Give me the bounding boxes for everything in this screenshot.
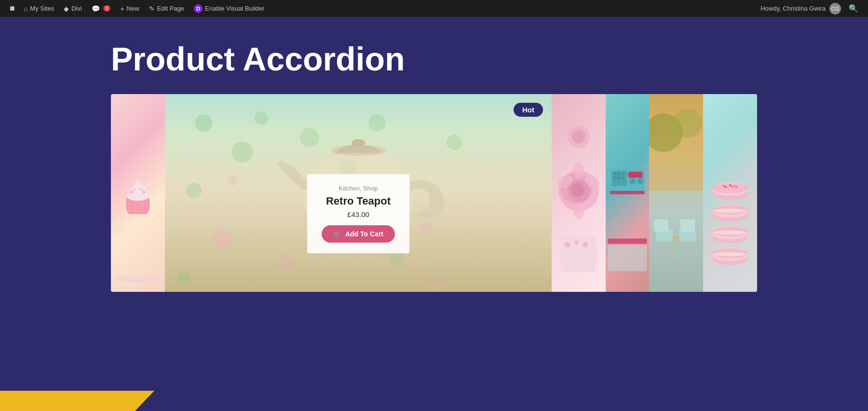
svg-point-51 <box>621 172 624 175</box>
svg-point-11 <box>195 114 212 132</box>
radio-illustration <box>606 94 649 292</box>
svg-point-81 <box>713 252 747 256</box>
svg-point-7 <box>131 191 133 193</box>
svg-point-25 <box>177 271 191 284</box>
panel-cupcake[interactable] <box>111 94 165 292</box>
svg-point-28 <box>428 280 442 292</box>
svg-marker-98 <box>0 391 154 411</box>
svg-line-73 <box>695 241 696 258</box>
new-label: New <box>127 5 139 12</box>
edit-page-label: Edit Page <box>157 5 184 12</box>
svg-point-40 <box>573 203 584 219</box>
wordpress-logo[interactable]: ■ <box>6 0 19 17</box>
svg-rect-61 <box>608 245 647 271</box>
divi-circle-icon: D <box>194 4 203 13</box>
house-icon: ⌂ <box>24 5 27 13</box>
svg-rect-74 <box>671 236 681 239</box>
panel-chairs[interactable] <box>649 94 703 292</box>
my-sites-menu[interactable]: ⌂ My Sites <box>19 0 59 17</box>
chairs-illustration <box>649 94 703 292</box>
product-category: Kitchen, Shop <box>322 185 395 192</box>
product-card: Kitchen, Shop Retro Teapot £43.00 🛒 Add … <box>307 174 409 253</box>
svg-point-57 <box>630 178 636 184</box>
comment-icon: 💬 <box>92 5 100 13</box>
svg-point-10 <box>140 189 142 191</box>
divi-menu[interactable]: ◆ Divi <box>59 0 87 17</box>
svg-point-39 <box>573 162 584 178</box>
comments-menu[interactable]: 💬 0 <box>87 0 116 17</box>
svg-rect-56 <box>610 191 645 194</box>
enable-visual-builder-label: Enable Visual Builder <box>205 5 264 12</box>
greeting-text: Howdy, Christina Gwira <box>760 5 826 12</box>
comment-count: 0 <box>103 5 111 12</box>
table-surface <box>111 263 165 292</box>
svg-point-26 <box>228 176 237 186</box>
panel-radio[interactable] <box>606 94 649 292</box>
svg-point-6 <box>136 180 139 183</box>
cart-icon: 🛒 <box>333 230 341 238</box>
admin-bar-right: Howdy, Christina Gwira CG 🔍 <box>760 3 862 14</box>
panel-roses[interactable] <box>552 94 606 292</box>
svg-rect-67 <box>654 219 668 232</box>
svg-point-45 <box>574 240 579 245</box>
svg-point-36 <box>571 183 584 196</box>
product-name: Retro Teapot <box>322 195 395 207</box>
svg-rect-43 <box>561 235 597 272</box>
add-to-cart-label: Add To Cart <box>345 230 383 238</box>
svg-point-49 <box>613 172 616 175</box>
macarons-illustration <box>703 94 757 292</box>
page-content: Product Accordion <box>0 17 868 411</box>
product-price: £43.00 <box>322 210 395 219</box>
roses-illustration <box>552 94 606 292</box>
svg-point-19 <box>213 229 232 248</box>
plus-icon: + <box>120 5 124 13</box>
svg-point-85 <box>713 231 747 234</box>
svg-rect-71 <box>680 219 695 232</box>
divi-theme-icon: ◆ <box>64 5 69 13</box>
svg-point-12 <box>231 141 253 163</box>
panel-teapot[interactable]: Hot Kitchen, Shop Retro Teapot £43.00 🛒 … <box>165 94 552 292</box>
svg-point-14 <box>255 111 268 125</box>
svg-point-8 <box>143 191 145 193</box>
svg-point-58 <box>637 178 644 184</box>
svg-rect-55 <box>628 172 643 178</box>
cupcake-illustration <box>116 166 160 219</box>
my-sites-label: My Sites <box>30 5 54 12</box>
pencil-icon: ✎ <box>149 5 155 13</box>
svg-line-59 <box>638 147 643 169</box>
new-menu[interactable]: + New <box>115 0 144 17</box>
bottom-chevron <box>0 391 154 411</box>
svg-rect-60 <box>608 238 647 244</box>
divi-label: Divi <box>71 5 82 12</box>
svg-point-50 <box>617 172 620 175</box>
hot-badge: Hot <box>514 103 543 117</box>
edit-page-menu[interactable]: ✎ Edit Page <box>144 0 189 17</box>
svg-point-52 <box>613 177 616 179</box>
svg-point-31 <box>352 139 365 146</box>
svg-point-44 <box>565 242 570 247</box>
add-to-cart-button[interactable]: 🛒 Add To Cart <box>322 225 395 243</box>
page-title: Product Accordion <box>0 17 868 94</box>
svg-point-46 <box>583 242 588 247</box>
accordion-container: Hot Kitchen, Shop Retro Teapot £43.00 🛒 … <box>111 94 757 292</box>
search-icon[interactable]: 🔍 <box>845 4 862 13</box>
admin-bar: ■ ⌂ My Sites ◆ Divi 💬 0 + New ✎ Edit Pag… <box>0 0 868 17</box>
enable-visual-builder-menu[interactable]: D Enable Visual Builder <box>189 0 269 17</box>
svg-point-54 <box>621 177 624 179</box>
svg-point-65 <box>673 109 702 137</box>
svg-point-53 <box>617 177 620 179</box>
panel-macarons[interactable] <box>703 94 757 292</box>
svg-point-89 <box>713 209 747 213</box>
avatar[interactable]: CG <box>829 3 841 14</box>
svg-point-9 <box>134 189 136 191</box>
svg-point-42 <box>572 130 585 143</box>
svg-point-13 <box>186 183 202 198</box>
